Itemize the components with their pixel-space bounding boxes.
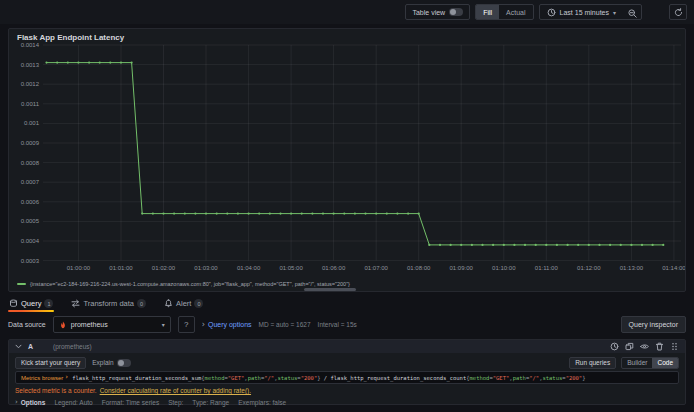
- prometheus-icon: [59, 321, 67, 329]
- kick-start-button[interactable]: Kick start your query: [15, 357, 86, 369]
- option-legend: Legend: Auto: [54, 399, 92, 406]
- option-type: Type: Range: [192, 399, 229, 406]
- table-view-control[interactable]: Table view: [405, 4, 470, 20]
- svg-text:0.0013: 0.0013: [21, 62, 40, 68]
- query-row-actions: [610, 342, 679, 351]
- magnifier-minus-icon: [628, 4, 637, 20]
- zoom-out-button[interactable]: [623, 5, 641, 20]
- svg-text:01:05:00: 01:05:00: [279, 265, 303, 271]
- legend-scrollbar-thumb[interactable]: [304, 288, 356, 291]
- bell-icon: [164, 299, 173, 308]
- tab-query[interactable]: Query 1: [8, 295, 54, 312]
- latency-panel: Flask App Endpoint Latency 0.00140.00130…: [8, 28, 686, 292]
- counter-warning: Selected metric is a counter. Consider c…: [15, 386, 679, 395]
- run-queries-button[interactable]: Run queries: [569, 357, 616, 369]
- query-datasource-hint: (prometheus): [53, 343, 92, 350]
- active-tab-underline: [8, 310, 54, 312]
- collapse-chevron-icon[interactable]: [15, 343, 22, 350]
- query-history-icon[interactable]: [610, 342, 619, 351]
- tab-alert-label: Alert: [176, 299, 191, 308]
- drag-handle-icon[interactable]: [670, 342, 679, 351]
- tab-query-label: Query: [21, 299, 41, 308]
- datasource-help-button[interactable]: ?: [178, 316, 195, 333]
- options-label: Options: [21, 399, 46, 406]
- editor-tabs: Query 1 Transform data 0 Alert 0: [8, 295, 686, 312]
- chevron-down-icon: ▾: [613, 9, 616, 16]
- refresh-button[interactable]: [669, 4, 687, 20]
- metrics-browser-toggle[interactable]: Metrics browser ›: [21, 374, 68, 381]
- editor-mode-group: Builder Code: [621, 357, 679, 369]
- tab-alert-count: 0: [194, 299, 203, 308]
- data-source-label: Data source: [8, 321, 46, 328]
- chevron-right-icon: ›: [202, 321, 205, 329]
- query-options-toggle[interactable]: › Query options: [202, 321, 252, 329]
- query-row-body: Kick start your query Explain Run querie…: [9, 353, 685, 407]
- svg-text:0.0006: 0.0006: [21, 199, 40, 205]
- table-view-label: Table view: [412, 9, 445, 16]
- query-inspector-button[interactable]: Query inspector: [621, 316, 686, 333]
- explain-control: Explain: [92, 359, 130, 367]
- svg-text:01:01:00: 01:01:00: [109, 265, 133, 271]
- warning-rate-link[interactable]: Consider calculating rate of counter by …: [100, 387, 251, 394]
- code-mode-button[interactable]: Code: [652, 358, 678, 368]
- query-ref-id[interactable]: A: [28, 343, 33, 350]
- query-row-a: A (prometheus) Kick start your query Exp…: [8, 339, 686, 405]
- svg-text:01:03:00: 01:03:00: [194, 265, 218, 271]
- legend-series-marker: [17, 283, 26, 285]
- svg-text:0.0014: 0.0014: [21, 43, 40, 48]
- svg-text:01:10:00: 01:10:00: [492, 265, 516, 271]
- tab-alert[interactable]: Alert 0: [163, 295, 204, 312]
- svg-text:0.0005: 0.0005: [21, 218, 40, 224]
- explain-label: Explain: [92, 359, 113, 366]
- datasource-bar: Data source prometheus ▾ ? › Query optio…: [8, 315, 686, 334]
- svg-text:0.0007: 0.0007: [21, 179, 40, 185]
- builder-mode-button[interactable]: Builder: [622, 358, 652, 368]
- chevron-right-icon: ›: [65, 374, 68, 381]
- data-source-select[interactable]: prometheus ▾: [53, 316, 171, 333]
- eye-icon[interactable]: [640, 342, 649, 351]
- max-data-points: MD = auto = 1627: [259, 321, 311, 328]
- svg-text:0.0009: 0.0009: [21, 140, 40, 146]
- latency-chart[interactable]: 0.00140.00130.00120.00110.0010.00090.000…: [13, 43, 685, 275]
- svg-text:01:00:00: 01:00:00: [67, 265, 91, 271]
- query-options-label: Query options: [208, 321, 252, 328]
- time-controls-group: Last 15 minutes ▾: [539, 4, 642, 20]
- fill-button[interactable]: Fill: [476, 5, 499, 19]
- tab-transform-data[interactable]: Transform data 0: [70, 295, 147, 312]
- actual-button[interactable]: Actual: [499, 5, 532, 19]
- query-expression[interactable]: flask_http_request_duration_seconds_sum{…: [72, 375, 585, 381]
- panel-edit-toolbar: Table view Fill Actual Last 15 minutes ▾: [0, 0, 694, 24]
- svg-text:01:04:00: 01:04:00: [237, 265, 261, 271]
- data-source-value: prometheus: [71, 321, 158, 328]
- chevron-down-icon: ▾: [162, 321, 165, 328]
- transform-icon: [71, 299, 80, 308]
- option-format: Format: Time series: [102, 399, 159, 406]
- duplicate-query-icon[interactable]: [625, 342, 634, 351]
- question-icon: ?: [184, 320, 188, 329]
- svg-text:01:11:00: 01:11:00: [535, 265, 559, 271]
- time-range-label: Last 15 minutes: [560, 9, 609, 16]
- warning-text: Selected metric is a counter.: [15, 387, 97, 394]
- chevron-right-icon: ›: [15, 399, 18, 406]
- metrics-browser-label: Metrics browser: [21, 375, 63, 381]
- refresh-icon: [674, 3, 683, 21]
- table-view-toggle[interactable]: [449, 8, 463, 16]
- svg-text:01:06:00: 01:06:00: [322, 265, 346, 271]
- tab-transform-label: Transform data: [83, 299, 134, 308]
- svg-text:01:14:00: 01:14:00: [662, 265, 685, 271]
- svg-text:0.0011: 0.0011: [21, 101, 40, 107]
- svg-text:01:09:00: 01:09:00: [450, 265, 474, 271]
- option-step: Step:: [168, 399, 183, 406]
- trash-icon[interactable]: [655, 342, 664, 351]
- query-row-header[interactable]: A (prometheus): [9, 340, 685, 353]
- promql-editor[interactable]: Metrics browser › flask_http_request_dur…: [15, 371, 679, 384]
- time-range-picker[interactable]: Last 15 minutes ▾: [540, 5, 623, 19]
- clock-icon: [547, 8, 556, 17]
- query-options-row: › Options Legend: Auto Format: Time seri…: [15, 397, 679, 407]
- svg-text:0.0012: 0.0012: [21, 81, 40, 87]
- tab-query-count: 1: [44, 299, 53, 308]
- svg-text:0.0003: 0.0003: [21, 258, 40, 264]
- svg-text:01:08:00: 01:08:00: [407, 265, 431, 271]
- explain-toggle[interactable]: [117, 359, 131, 367]
- options-toggle[interactable]: › Options: [15, 399, 45, 406]
